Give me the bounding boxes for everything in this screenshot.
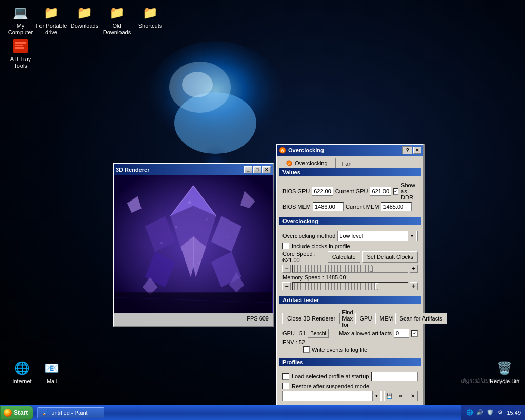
calculate-button[interactable]: Calculate bbox=[328, 251, 360, 263]
core-slider-track[interactable] bbox=[292, 265, 408, 273]
profile-save-button[interactable]: 💾 bbox=[384, 391, 394, 401]
gpu-button[interactable]: GPU bbox=[355, 313, 373, 324]
memory-slider-track[interactable] bbox=[292, 282, 408, 290]
desktop-icon-label: My Computer bbox=[5, 23, 36, 36]
dialog-window-controls: ? ✕ bbox=[402, 146, 421, 154]
desktop-icon-label: Downloads bbox=[71, 23, 98, 29]
recycle-bin-icon: 🗑️ bbox=[496, 360, 513, 376]
fps-display: FPS 609 bbox=[247, 315, 269, 322]
core-slider-row: − + bbox=[282, 265, 418, 273]
tray-network-icon[interactable]: 🌐 bbox=[466, 409, 474, 417]
current-gpu-value: 621.00 bbox=[370, 187, 391, 196]
desktop-icon-old-downloads[interactable]: 📁 Old Downloads bbox=[99, 3, 135, 38]
renderer-titlebar[interactable]: 3D Renderer _ □ ✕ bbox=[114, 164, 273, 175]
artifact-info-row: GPU : 51 Benchi Max allowed artifacts 0 … bbox=[282, 329, 418, 338]
taskbar-paint-button[interactable]: 🖌️ untitled - Paint bbox=[37, 407, 104, 418]
profile-delete-button[interactable]: ✕ bbox=[408, 391, 418, 401]
bios-mem-row: BIOS MEM 1486.00 Current MEM 1485.00 bbox=[282, 202, 418, 211]
profile-name-input[interactable] bbox=[371, 372, 418, 381]
desktop-icon-recycle-bin[interactable]: 🗑️ Recycle Bin bbox=[487, 358, 522, 387]
memory-slider-minus[interactable]: − bbox=[282, 282, 291, 290]
svg-rect-9 bbox=[15, 45, 23, 46]
bench-button[interactable]: Benchi bbox=[308, 329, 329, 338]
desktop-icon-shortcuts[interactable]: 📁 Shortcuts bbox=[132, 3, 168, 31]
core-slider-plus[interactable]: + bbox=[410, 265, 418, 273]
minimize-button[interactable]: _ bbox=[244, 166, 252, 173]
memory-slider-row: − + bbox=[282, 282, 418, 290]
ati-icon bbox=[12, 38, 29, 54]
profile-edit-button[interactable]: ✏ bbox=[396, 391, 406, 401]
max-artifacts-value[interactable]: 0 bbox=[394, 329, 409, 338]
dropdown-arrow-icon: ▼ bbox=[408, 231, 416, 241]
paint-label: untitled - Paint bbox=[51, 410, 87, 416]
restore-suspended-checkbox[interactable] bbox=[282, 383, 289, 389]
env-temp-row: ENV : 52 bbox=[282, 339, 418, 345]
core-slider-thumb[interactable] bbox=[370, 266, 373, 272]
load-profile-row: Load selected profile at startup bbox=[282, 372, 418, 381]
dialog-titlebar[interactable]: A Overclocking ? ✕ bbox=[277, 145, 423, 156]
start-button[interactable]: Start bbox=[0, 406, 33, 420]
start-orb-icon bbox=[4, 409, 12, 417]
method-label: Overclocking method bbox=[282, 233, 335, 239]
overclocking-dialog[interactable]: A Overclocking ? ✕ A Overclocking Fan bbox=[276, 144, 425, 405]
restore-suspended-row: Restore after suspended mode bbox=[282, 383, 418, 389]
desktop-icon-label: Internet bbox=[12, 378, 31, 385]
overclocking-tab-icon: A bbox=[286, 159, 293, 167]
renderer-window[interactable]: 3D Renderer _ □ ✕ bbox=[113, 163, 274, 327]
write-log-row: Write events to log file bbox=[282, 346, 418, 353]
show-as-ddr-row: ✓ Show as DDR bbox=[393, 182, 418, 201]
desktop-icon-for-portable[interactable]: 📁 For Portable drive bbox=[33, 3, 69, 38]
bios-gpu-row: BIOS GPU 622.00 Current GPU 621.00 ✓ Sho… bbox=[282, 182, 418, 201]
desktop-icon-label: Shortcuts bbox=[138, 23, 162, 29]
renderer-visualization bbox=[114, 175, 273, 313]
maximize-button[interactable]: □ bbox=[253, 166, 261, 173]
close-3d-renderer-button[interactable]: Close 3D Renderer bbox=[282, 313, 340, 324]
desktop-icon-label: Mail bbox=[47, 378, 57, 385]
taskbar: Start 🖌️ untitled - Paint 🌐 🔊 🛡️ ⚙ 15:49 bbox=[0, 405, 525, 420]
close-dialog-button[interactable]: ✕ bbox=[413, 147, 421, 154]
folder-icon: 📁 bbox=[43, 5, 59, 21]
desktop-icon-ati-tray-tools[interactable]: ATI Tray Tools bbox=[3, 36, 38, 71]
load-profile-label: Load selected profile at startup bbox=[292, 373, 369, 379]
load-profile-checkbox[interactable] bbox=[282, 373, 289, 380]
memory-slider-plus[interactable]: + bbox=[410, 282, 418, 290]
find-max-label: Find Max for bbox=[342, 309, 353, 328]
max-artifacts-checkbox[interactable]: ✓ bbox=[411, 330, 418, 337]
desktop-icon-mail[interactable]: 📧 Mail bbox=[34, 358, 70, 387]
method-dropdown[interactable]: Low level ▼ bbox=[337, 231, 418, 241]
set-default-clocks-button[interactable]: Set Default Clocks bbox=[362, 251, 418, 263]
svg-rect-28 bbox=[175, 226, 177, 228]
dialog-tabs: A Overclocking Fan bbox=[277, 156, 423, 168]
profile-dropdown[interactable]: ▼ bbox=[282, 391, 382, 401]
tab-fan[interactable]: Fan bbox=[335, 158, 358, 168]
include-clocks-checkbox[interactable] bbox=[282, 243, 289, 249]
renderer-canvas bbox=[114, 175, 273, 313]
tab-overclocking[interactable]: A Overclocking bbox=[279, 157, 334, 168]
svg-text:A: A bbox=[288, 162, 290, 165]
start-label: Start bbox=[14, 409, 28, 416]
desktop: 💻 My Computer 📁 For Portable drive 📁 Dow… bbox=[0, 0, 525, 405]
restore-suspended-label: Restore after suspended mode bbox=[292, 383, 369, 389]
renderer-window-controls: _ □ ✕ bbox=[244, 166, 271, 173]
tab-fan-label: Fan bbox=[342, 161, 352, 167]
tray-settings-icon[interactable]: ⚙ bbox=[496, 409, 504, 417]
memory-slider-fill bbox=[293, 283, 379, 290]
help-button[interactable]: ? bbox=[402, 146, 412, 154]
show-ddr-checkbox[interactable]: ✓ bbox=[393, 188, 398, 195]
renderer-statusbar: FPS 609 bbox=[114, 313, 273, 323]
scan-artifacts-button[interactable]: Scan for Artifacts bbox=[395, 313, 447, 324]
core-slider-minus[interactable]: − bbox=[282, 265, 291, 273]
svg-rect-33 bbox=[198, 262, 200, 264]
tray-volume-icon[interactable]: 🔊 bbox=[476, 409, 484, 417]
mem-button[interactable]: MEM bbox=[375, 313, 393, 324]
profiles-section-header: Profiles bbox=[279, 358, 421, 366]
show-ddr-label: Show as DDR bbox=[401, 182, 418, 201]
taskbar-clock: 15:49 bbox=[507, 410, 521, 416]
close-button[interactable]: ✕ bbox=[262, 166, 271, 173]
tray-shield-icon[interactable]: 🛡️ bbox=[486, 409, 494, 417]
memory-slider-thumb[interactable] bbox=[375, 283, 378, 289]
current-gpu-label: Current GPU bbox=[335, 188, 368, 194]
current-mem-value: 1485.00 bbox=[381, 202, 412, 211]
desktop-icon-downloads[interactable]: 📁 Downloads bbox=[67, 3, 103, 31]
write-log-checkbox[interactable] bbox=[303, 346, 310, 353]
